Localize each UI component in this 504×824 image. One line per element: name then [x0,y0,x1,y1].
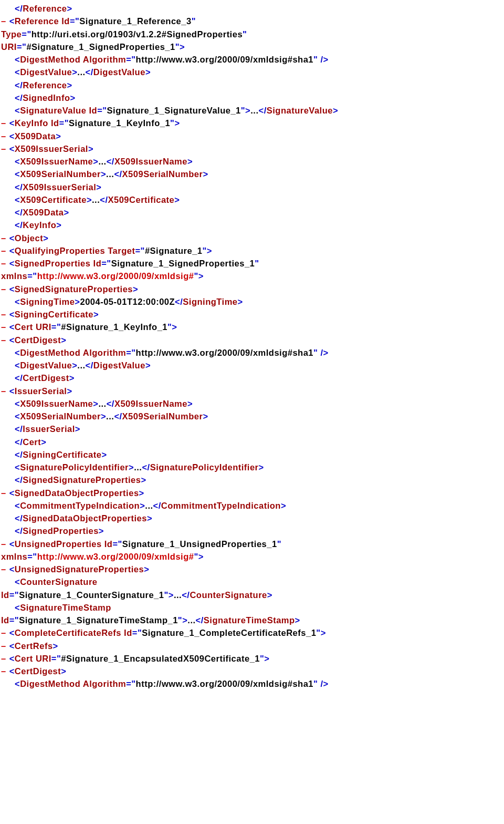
xml-line: –<Cert URI="#Signature_1_EncapsulatedX50… [1,652,503,665]
collapse-toggle[interactable]: – [1,335,6,345]
xml-line: <X509Certificate>...</X509Certificate> [1,193,503,206]
xml-line: –<SignedDataObjectProperties> [1,487,503,499]
xml-line: –<X509Data> [1,130,503,142]
xml-line: –<IssuerSerial> [1,385,503,397]
collapse-toggle[interactable]: – [1,118,6,128]
xml-line: <SignaturePolicyIdentifier>...</Signatur… [1,461,503,473]
xml-line: <X509SerialNumber>...</X509SerialNumber> [1,168,503,180]
xml-line: –<CompleteCertificateRefs Id="Signature_… [1,626,503,639]
xml-line: –<SignedProperties Id="Signature_1_Signe… [1,257,503,270]
collapse-toggle[interactable]: – [1,246,6,255]
xml-line: –<KeyInfo Id="Signature_1_KeyInfo_1"> [1,117,503,129]
xml-line: –<SignedSignatureProperties> [1,283,503,295]
xml-line: <SignatureValue Id="Signature_1_Signatur… [1,104,503,117]
xml-line: Type="http://uri.etsi.org/01903/v1.2.2#S… [1,28,503,40]
xml-line: <SigningTime>2004-05-01T12:00:00Z</Signi… [1,295,503,308]
xml-line: </SignedSignatureProperties> [1,473,503,486]
xml-line: –<CertDigest> [1,334,503,346]
xml-line: –<UnsignedProperties Id="Signature_1_Uns… [1,538,503,550]
xml-line: <X509IssuerName>...</X509IssuerName> [1,397,503,410]
xml-line: <SignatureTimeStamp [1,601,503,614]
xml-line: –<QualifyingProperties Target="#Signatur… [1,244,503,257]
xml-line: Id="Signature_1_SignatureTimeStamp_1">..… [1,614,503,626]
xml-line: –<Cert URI="#Signature_1_KeyInfo_1"> [1,321,503,333]
collapse-toggle[interactable]: – [1,539,6,549]
xml-line: </Reference> [1,79,503,91]
collapse-toggle[interactable]: – [1,16,6,26]
xml-line: –<CertDigest> [1,665,503,677]
xml-line: </SignedProperties> [1,524,503,537]
xml-line: </SignedDataObjectProperties> [1,512,503,524]
collapse-toggle[interactable]: – [1,564,6,574]
xml-line: –<Reference Id="Signature_1_Reference_3" [1,15,503,27]
xml-line: <DigestMethod Algorithm="http://www.w3.o… [1,53,503,66]
xml-line: </SigningCertificate> [1,448,503,461]
xml-line: –<X509IssuerSerial> [1,142,503,155]
collapse-toggle[interactable]: – [1,386,6,396]
collapse-toggle[interactable]: – [1,284,6,294]
collapse-toggle[interactable]: – [1,628,6,637]
xml-line: –<UnsignedSignatureProperties> [1,563,503,575]
xml-line: URI="#Signature_1_SignedProperties_1"> [1,40,503,53]
xml-line: xmlns="http://www.w3.org/2000/09/xmldsig… [1,550,503,563]
xml-line: –<Object> [1,232,503,244]
xml-line: Id="Signature_1_CounterSignature_1">...<… [1,589,503,601]
xml-line: </X509Data> [1,206,503,219]
xml-line: </SignedInfo> [1,91,503,104]
xml-line: </KeyInfo> [1,219,503,231]
xml-line: </Reference> [1,2,503,15]
xml-line: </Cert> [1,436,503,448]
collapse-toggle[interactable]: – [1,131,6,141]
xml-line: <DigestValue>...</DigestValue> [1,66,503,78]
collapse-toggle[interactable]: – [1,310,6,319]
xml-line: <CommitmentTypeIndication>...</Commitmen… [1,499,503,512]
xml-line: <DigestMethod Algorithm="http://www.w3.o… [1,346,503,359]
collapse-toggle[interactable]: – [1,666,6,676]
xml-line: –<SigningCertificate> [1,308,503,321]
collapse-toggle[interactable]: – [1,144,6,153]
collapse-toggle[interactable]: – [1,233,6,243]
collapse-toggle[interactable]: – [1,654,6,663]
xml-line: <DigestMethod Algorithm="http://www.w3.o… [1,677,503,690]
collapse-toggle[interactable]: – [1,641,6,651]
xml-line: </IssuerSerial> [1,423,503,435]
xml-line: <X509IssuerName>...</X509IssuerName> [1,155,503,168]
xml-line: –<CertRefs> [1,640,503,652]
xml-line: </X509IssuerSerial> [1,181,503,193]
xml-line: <CounterSignature [1,575,503,588]
xml-line: xmlns="http://www.w3.org/2000/09/xmldsig… [1,270,503,282]
xml-line: </CertDigest> [1,372,503,384]
xml-line: <X509SerialNumber>...</X509SerialNumber> [1,410,503,423]
collapse-toggle[interactable]: – [1,259,6,268]
xml-line: <DigestValue>...</DigestValue> [1,359,503,372]
collapse-toggle[interactable]: – [1,488,6,498]
collapse-toggle[interactable]: – [1,322,6,332]
